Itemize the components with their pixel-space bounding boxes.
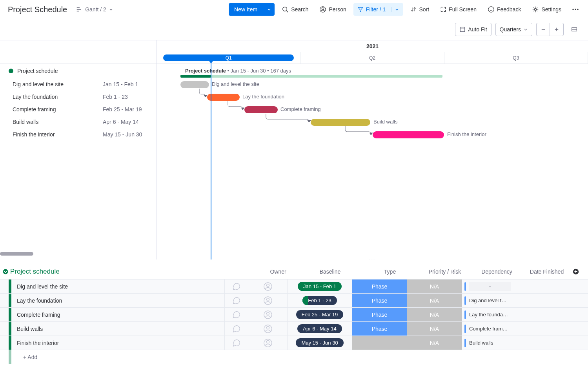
date-finished-cell[interactable] — [511, 279, 562, 293]
person-button[interactable]: Person — [315, 3, 350, 16]
priority-cell[interactable]: N/A — [407, 294, 462, 307]
gantt-timeline[interactable]: 2021 Q1 Q2 Q3 Project schedule • Jan 15 … — [157, 40, 588, 259]
chat-cell[interactable] — [224, 336, 248, 350]
summary-progress-bar[interactable] — [180, 75, 211, 78]
search-button[interactable]: Search — [278, 3, 312, 16]
priority-cell[interactable]: N/A — [407, 322, 462, 336]
task-bar[interactable] — [373, 131, 444, 138]
autofit-button[interactable]: Auto Fit — [455, 23, 491, 36]
owner-cell[interactable] — [248, 294, 287, 307]
item-name-cell[interactable]: Finish the interior — [11, 336, 224, 350]
plus-circle-icon — [572, 268, 579, 275]
table-row[interactable]: Build walls Apr 6 - May 14 Phase N/A Com… — [0, 321, 588, 336]
chat-cell[interactable] — [224, 322, 248, 336]
dependency-cell[interactable]: Build walls — [462, 336, 511, 350]
date-finished-cell[interactable] — [511, 294, 562, 307]
type-cell[interactable]: Phase — [352, 322, 407, 336]
col-priority[interactable]: Priority / Risk — [417, 269, 472, 275]
table-row[interactable]: Lay the foundation Feb 1 - 23 Phase N/A … — [0, 293, 588, 307]
chat-cell[interactable] — [224, 279, 248, 293]
baseline-cell[interactable]: May 15 - Jun 30 — [287, 336, 352, 350]
filter-dropdown[interactable] — [391, 7, 399, 12]
task-bar[interactable] — [207, 94, 240, 101]
col-type[interactable]: Type — [362, 269, 417, 275]
group-header[interactable]: Project schedule — [0, 64, 157, 78]
time-range-select[interactable]: Quarters — [495, 23, 532, 36]
col-dependency[interactable]: Dependency — [472, 269, 521, 275]
sort-button[interactable]: Sort — [406, 3, 433, 16]
more-menu-button[interactable] — [570, 4, 581, 15]
table-row[interactable]: Complete framing Feb 25 - Mar 19 Phase N… — [0, 307, 588, 321]
board-title[interactable]: Project Schedule — [8, 5, 67, 14]
new-item-dropdown[interactable] — [263, 3, 275, 16]
svg-point-15 — [266, 298, 269, 301]
priority-cell[interactable]: N/A — [407, 336, 462, 350]
col-date-finished[interactable]: Date Finished — [521, 269, 572, 275]
date-finished-cell[interactable] — [511, 336, 562, 350]
task-list-row[interactable]: Dig and level the siteJan 15 - Feb 1 — [0, 78, 157, 91]
col-baseline[interactable]: Baseline — [298, 269, 362, 275]
dependency-cell[interactable]: Complete framing — [462, 322, 511, 336]
owner-cell[interactable] — [248, 308, 287, 321]
minus-icon — [541, 27, 546, 32]
zoom-out-button[interactable] — [537, 23, 550, 36]
task-bar[interactable] — [311, 119, 370, 126]
table-row[interactable]: Dig and level the site Jan 15 - Feb 1 Ph… — [0, 279, 588, 293]
zoom-in-button[interactable] — [550, 23, 563, 36]
table-row[interactable]: Finish the interior May 15 - Jun 30 N/A … — [0, 336, 588, 350]
type-cell[interactable]: Phase — [352, 279, 407, 293]
item-name-cell[interactable]: Build walls — [11, 322, 224, 336]
type-cell[interactable]: Phase — [352, 294, 407, 307]
owner-cell[interactable] — [248, 322, 287, 336]
task-bar[interactable] — [244, 106, 278, 113]
baseline-cell[interactable]: Jan 15 - Feb 1 — [287, 279, 352, 293]
add-item-row[interactable]: + Add — [0, 350, 588, 364]
person-icon — [263, 282, 273, 291]
priority-cell[interactable]: N/A — [407, 308, 462, 321]
table-group-header: Project schedule Owner Baseline Type Pri… — [0, 264, 588, 279]
task-bar-label: Dig and level the site — [212, 81, 259, 87]
add-column-button[interactable] — [572, 268, 588, 275]
priority-cell[interactable]: N/A — [407, 279, 462, 293]
fullscreen-button[interactable]: Full Screen — [436, 3, 481, 16]
type-cell-empty[interactable] — [352, 336, 407, 350]
owner-cell[interactable] — [248, 336, 287, 350]
chat-cell[interactable] — [224, 294, 248, 307]
chevron-down-icon — [109, 7, 113, 12]
owner-cell[interactable] — [248, 279, 287, 293]
view-label: Gantt / 2 — [85, 6, 106, 13]
chat-cell[interactable] — [224, 308, 248, 321]
pane-resize-handle[interactable]: :::: — [369, 258, 376, 259]
date-finished-cell[interactable] — [511, 322, 562, 336]
horizontal-scrollbar[interactable] — [0, 252, 33, 256]
table-group-name[interactable]: Project schedule — [10, 268, 60, 276]
baseline-toggle-button[interactable] — [568, 23, 581, 36]
task-list-row[interactable]: Lay the foundationFeb 1 - 23 — [0, 91, 157, 103]
view-switcher[interactable]: Gantt / 2 — [73, 4, 116, 15]
filter-button[interactable]: Filter / 1 — [353, 3, 404, 16]
task-bar[interactable] — [180, 81, 209, 88]
collapse-group-button[interactable] — [2, 269, 9, 275]
date-finished-cell[interactable] — [511, 308, 562, 321]
type-cell[interactable]: Phase — [352, 308, 407, 321]
item-name-cell[interactable]: Lay the foundation — [11, 294, 224, 307]
item-name-cell[interactable]: Dig and level the site — [11, 279, 224, 293]
task-list-row[interactable]: Build wallsApr 6 - May 14 — [0, 116, 157, 128]
task-list-row[interactable]: Complete framingFeb 25 - Mar 19 — [0, 103, 157, 116]
baseline-cell[interactable]: Feb 1 - 23 — [287, 294, 352, 307]
settings-button[interactable]: Settings — [528, 3, 565, 16]
dependency-cell[interactable]: Dig and level the… — [462, 294, 511, 307]
task-name: Dig and level the site — [13, 81, 103, 87]
baseline-cell[interactable]: Apr 6 - May 14 — [287, 322, 352, 336]
task-list-row[interactable]: Finish the interiorMay 15 - Jun 30 — [0, 128, 157, 141]
new-item-button[interactable]: New Item — [229, 3, 275, 16]
dependency-cell[interactable]: - — [462, 279, 511, 293]
gear-icon — [532, 6, 539, 13]
col-owner[interactable]: Owner — [259, 269, 298, 275]
baseline-cell[interactable]: Feb 25 - Mar 19 — [287, 308, 352, 321]
gantt-chart: Project schedule Dig and level the siteJ… — [0, 40, 588, 259]
item-name-cell[interactable]: Complete framing — [11, 308, 224, 321]
feedback-button[interactable]: Feedback — [484, 3, 525, 16]
sort-icon — [410, 6, 417, 13]
dependency-cell[interactable]: Lay the foundati… — [462, 308, 511, 321]
